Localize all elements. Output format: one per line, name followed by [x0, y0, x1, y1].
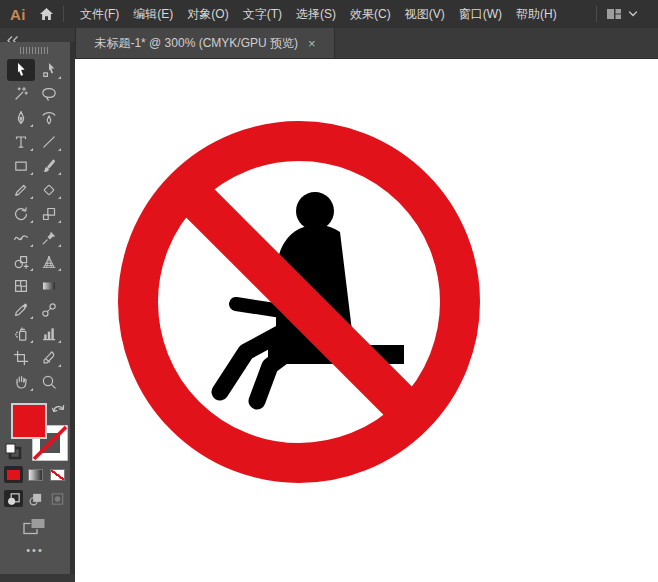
selection-tool[interactable]: [7, 59, 35, 81]
color-button[interactable]: [4, 466, 23, 483]
chevron-down-icon: [628, 10, 638, 18]
swap-fill-stroke-icon[interactable]: [51, 401, 66, 419]
paint-style-buttons: [0, 466, 70, 483]
document-tab-title: 未标题-1* @ 300% (CMYK/GPU 预览): [94, 35, 298, 52]
illustrator-logo[interactable]: Ai: [10, 6, 26, 23]
edit-toolbar-button[interactable]: •••: [0, 544, 70, 556]
draw-behind-button[interactable]: [26, 490, 45, 507]
menu-view[interactable]: 视图(V): [398, 0, 452, 28]
menubar: Ai 文件(F) 编辑(E) 对象(O) 文字(T) 选择(S) 效果(C) 视…: [0, 0, 658, 28]
document-tab[interactable]: 未标题-1* @ 300% (CMYK/GPU 预览) ×: [75, 28, 335, 58]
line-segment-tool[interactable]: [35, 131, 63, 153]
type-tool[interactable]: [7, 131, 35, 153]
column-graph-tool[interactable]: [35, 323, 63, 345]
draw-normal-button[interactable]: [4, 490, 23, 507]
rectangle-tool[interactable]: [7, 155, 35, 177]
slice-tool[interactable]: [35, 347, 63, 369]
perspective-grid-tool[interactable]: [35, 251, 63, 273]
menu-items: 文件(F) 编辑(E) 对象(O) 文字(T) 选择(S) 效果(C) 视图(V…: [73, 0, 564, 28]
gradient-tool[interactable]: [35, 275, 63, 297]
default-fill-stroke-icon[interactable]: [5, 443, 22, 464]
tools-panel: •••: [0, 42, 75, 582]
menu-effect[interactable]: 效果(C): [343, 0, 398, 28]
mesh-tool[interactable]: [7, 275, 35, 297]
paintbrush-tool[interactable]: [35, 155, 63, 177]
puppet-warp-tool[interactable]: [35, 227, 63, 249]
artboard-tool[interactable]: [7, 347, 35, 369]
menu-select[interactable]: 选择(S): [289, 0, 343, 28]
lasso-tool[interactable]: [35, 83, 63, 105]
canvas[interactable]: [75, 58, 658, 582]
menu-file[interactable]: 文件(F): [73, 0, 126, 28]
workspace-switcher[interactable]: [606, 7, 644, 21]
menubar-divider-right: [596, 6, 597, 22]
scale-tool[interactable]: [35, 203, 63, 225]
blend-tool[interactable]: [35, 299, 63, 321]
gradient-button[interactable]: [26, 466, 45, 483]
gradient-chip: [28, 469, 43, 481]
no-sitting-sign[interactable]: [118, 121, 480, 483]
fill-swatch[interactable]: [11, 403, 47, 439]
direct-selection-tool[interactable]: [35, 59, 63, 81]
none-chip: [50, 469, 65, 481]
fill-stroke-widget: [0, 400, 70, 466]
eyedropper-tool[interactable]: [7, 299, 35, 321]
menu-type[interactable]: 文字(T): [236, 0, 289, 28]
curvature-tool[interactable]: [35, 107, 63, 129]
person-head: [296, 192, 334, 230]
eraser-tool[interactable]: [35, 179, 63, 201]
workspace-layout-icon: [606, 7, 622, 21]
menu-object[interactable]: 对象(O): [180, 0, 235, 28]
magic-wand-tool[interactable]: [7, 83, 35, 105]
none-button[interactable]: [48, 466, 67, 483]
screen-mode-icon: [22, 516, 48, 537]
change-screen-mode-button[interactable]: [0, 516, 70, 537]
pen-tool[interactable]: [7, 107, 35, 129]
tab-close-icon[interactable]: ×: [308, 37, 316, 50]
color-chip: [7, 470, 20, 480]
drawing-mode-buttons: [0, 490, 70, 507]
shaper-tool[interactable]: [7, 179, 35, 201]
menubar-divider: [63, 6, 64, 22]
home-icon[interactable]: [39, 7, 54, 21]
menu-edit[interactable]: 编辑(E): [126, 0, 180, 28]
document-tabbar: 未标题-1* @ 300% (CMYK/GPU 预览) ×: [0, 28, 658, 59]
hand-tool[interactable]: [7, 371, 35, 393]
draw-inside-button[interactable]: [48, 490, 67, 507]
zoom-tool[interactable]: [35, 371, 63, 393]
symbol-sprayer-tool[interactable]: [7, 323, 35, 345]
panel-drag-grip[interactable]: [20, 47, 50, 54]
menu-help[interactable]: 帮助(H): [509, 0, 564, 28]
rotate-tool[interactable]: [7, 203, 35, 225]
menu-window[interactable]: 窗口(W): [452, 0, 509, 28]
width-tool[interactable]: [7, 227, 35, 249]
tool-grid: [0, 58, 70, 394]
shape-builder-tool[interactable]: [7, 251, 35, 273]
